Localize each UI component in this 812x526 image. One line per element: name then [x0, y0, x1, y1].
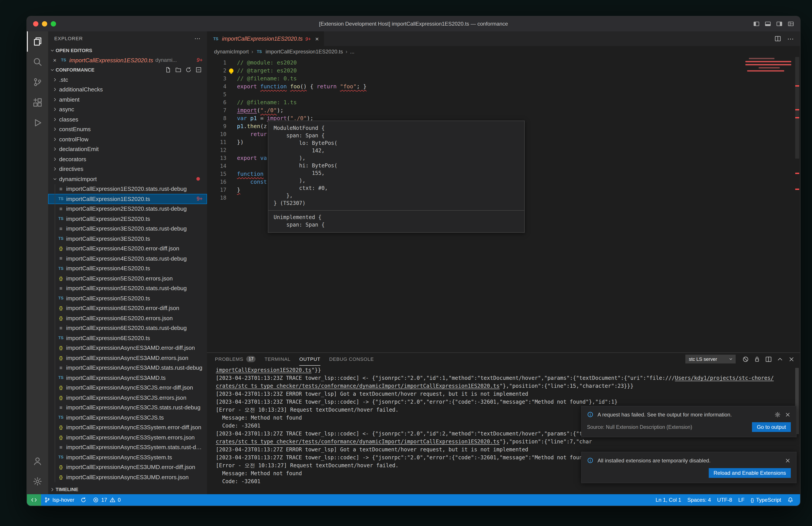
tree-item[interactable]: {}importCallExpressionAsyncES3AMD.error-…	[48, 343, 207, 353]
tree-item[interactable]: {}importCallExpressionAsyncES3UMD.error-…	[48, 462, 207, 472]
output-channel-select[interactable]: stc LS server	[685, 355, 736, 364]
collapse-all-icon[interactable]	[195, 67, 202, 73]
tab-importCallExpression1ES2020[interactable]: TS importCallExpression1ES2020.ts 9+ ×	[207, 31, 324, 46]
tree-folder[interactable]: directives	[48, 164, 207, 174]
tree-item[interactable]: {}importCallExpression6ES2020.errors.jso…	[48, 313, 207, 323]
close-tab-icon[interactable]: ×	[315, 35, 319, 42]
tree-folder[interactable]: .stc	[48, 75, 207, 85]
close-panel-icon[interactable]	[788, 356, 795, 362]
tree-item[interactable]: TSimportCallExpressionAsyncES3CJS.ts	[48, 412, 207, 423]
minimap[interactable]	[745, 58, 793, 77]
layout-customize-icon[interactable]	[788, 21, 794, 27]
tree-item[interactable]: TSimportCallExpression6ES2020.ts	[48, 333, 207, 343]
status-ln-1-col-1[interactable]: Ln 1, Col 1	[652, 494, 684, 506]
layout-panel-icon[interactable]	[765, 21, 771, 27]
tree-folder[interactable]: decorators	[48, 154, 207, 164]
explorer-icon[interactable]	[27, 31, 48, 52]
tab-terminal[interactable]: TERMINAL	[264, 353, 291, 366]
more-actions-icon[interactable]: ⋯	[194, 35, 201, 42]
code-line[interactable]: 1// @module: es2020	[207, 59, 800, 67]
tree-folder[interactable]: additionalChecks	[48, 85, 207, 95]
open-editor-item[interactable]: × TS importCallExpression1ES2020.ts dyna…	[48, 55, 207, 65]
search-icon[interactable]	[27, 52, 48, 72]
code-editor[interactable]: 1// @module: es20202// @target: es20203/…	[207, 57, 800, 353]
tree-item[interactable]: ≡importCallExpression5ES2020.stats.rust-…	[48, 283, 207, 293]
tree-folder[interactable]: constEnums	[48, 124, 207, 134]
output-file-link[interactable]: importCallExpression1ES2020.ts	[216, 367, 311, 373]
close-notification-icon[interactable]	[785, 457, 791, 464]
tab-problems[interactable]: PROBLEMS 17	[215, 353, 256, 366]
tree-item[interactable]: ≡importCallExpressionAsyncES3System.stat…	[48, 442, 207, 452]
tree-item[interactable]: ≡importCallExpression4ES2020.stats.rust-…	[48, 254, 207, 264]
tree-item[interactable]: TSimportCallExpressionAsyncES3AMD.ts	[48, 373, 207, 383]
layout-sidebar-right-icon[interactable]	[776, 21, 782, 27]
tree-item[interactable]: {}importCallExpression6ES2020.error-diff…	[48, 303, 207, 313]
tree-folder[interactable]: async	[48, 104, 207, 114]
tree-item[interactable]: TSimportCallExpression4ES2020.ts	[48, 264, 207, 273]
tree-folder[interactable]: classes	[48, 114, 207, 124]
extensions-icon[interactable]	[27, 92, 48, 113]
sync-status[interactable]	[77, 494, 90, 506]
tree-folder-expanded[interactable]: dynamicImport	[48, 174, 207, 184]
zoom-window-button[interactable]	[51, 21, 56, 27]
tree-item[interactable]: TSimportCallExpression5ES2020.ts	[48, 293, 207, 303]
code-line[interactable]: 5	[207, 90, 800, 99]
output-file-link[interactable]: Users/kdy1/projects/stc-chores/	[675, 375, 774, 381]
tree-item[interactable]: TSimportCallExpression2ES2020.ts	[48, 214, 207, 224]
new-folder-icon[interactable]	[175, 67, 182, 73]
code-line[interactable]: 4export function foo() { return "foo"; }	[207, 83, 800, 90]
tree-item[interactable]: ≡importCallExpressionAsyncES3AMD.stats.r…	[48, 363, 207, 373]
source-control-icon[interactable]	[27, 72, 48, 92]
clear-output-icon[interactable]	[742, 356, 749, 362]
run-debug-icon[interactable]	[27, 113, 48, 133]
status-typescript[interactable]: {}TypeScript	[748, 494, 784, 506]
output-file-link[interactable]: crates/stc_ts_type_checker/tests/conform…	[216, 439, 499, 445]
close-window-button[interactable]	[33, 21, 39, 27]
minimize-window-button[interactable]	[42, 21, 47, 27]
tree-item[interactable]: ≡importCallExpression1ES2020.stats.rust-…	[48, 184, 207, 194]
tree-item[interactable]: {}importCallExpressionAsyncES3AMD.errors…	[48, 353, 207, 363]
split-panel-icon[interactable]	[765, 356, 772, 362]
code-line[interactable]: 2// @target: es2020	[207, 67, 800, 75]
close-icon[interactable]: ×	[52, 57, 58, 63]
layout-sidebar-left-icon[interactable]	[753, 21, 759, 27]
tree-item[interactable]: {}importCallExpression4ES2020.error-diff…	[48, 244, 207, 254]
tree-item[interactable]: {}importCallExpressionAsyncES3System.err…	[48, 423, 207, 432]
tree-item[interactable]: {}importCallExpressionAsyncES3CJS.errors…	[48, 393, 207, 402]
branch-status[interactable]: lsp-hover	[41, 494, 77, 506]
tree-item[interactable]: TSimportCallExpression1ES2020.ts9+	[48, 194, 207, 204]
tree-item[interactable]: ≡importCallExpressionAsyncES3CJS.stats.r…	[48, 402, 207, 412]
lock-icon[interactable]	[754, 356, 760, 362]
status-spaces-4[interactable]: Spaces: 4	[684, 494, 714, 506]
tree-item[interactable]: TSimportCallExpressionAsyncES3System.ts	[48, 452, 207, 462]
chevron-up-icon[interactable]	[777, 356, 783, 362]
tree-folder[interactable]: controlFlow	[48, 134, 207, 144]
tree-folder[interactable]: declarationEmit	[48, 144, 207, 154]
lightbulb-icon[interactable]	[229, 69, 233, 73]
breadcrumb-folder[interactable]: dynamicImport	[214, 48, 249, 55]
timeline-header[interactable]: TIMELINE	[48, 484, 207, 494]
account-icon[interactable]	[27, 451, 48, 471]
refresh-icon[interactable]	[185, 67, 191, 73]
code-line[interactable]: 7import("./0");	[207, 106, 800, 114]
tree-item[interactable]: {}importCallExpressionAsyncES3CJS.error-…	[48, 383, 207, 393]
status-lf[interactable]: LF	[735, 494, 748, 506]
tree-item[interactable]: {}importCallExpressionAsyncES3UMD.errors…	[48, 472, 207, 482]
tree-item[interactable]: ≡importCallExpression3ES2020.stats.rust-…	[48, 224, 207, 233]
open-editors-header[interactable]: OPEN EDITORS	[48, 45, 207, 55]
split-editor-icon[interactable]	[774, 35, 781, 42]
notification-settings-icon[interactable]	[774, 411, 781, 417]
output-file-link[interactable]: crates/stc_ts_type_checker/tests/conform…	[216, 383, 499, 389]
tree-item[interactable]: {}importCallExpression5ES2020.errors.jso…	[48, 273, 207, 283]
tab-output[interactable]: OUTPUT	[300, 353, 320, 366]
tree-item[interactable]: {}importCallExpressionAsyncES3System.err…	[48, 432, 207, 442]
code-line[interactable]: 6// @filename: 1.ts	[207, 99, 800, 106]
new-file-icon[interactable]	[165, 67, 171, 73]
tree-item[interactable]: ≡importCallExpression2ES2020.stats.rust-…	[48, 204, 207, 214]
problems-status[interactable]: 17 0	[90, 494, 124, 506]
tab-debug-console[interactable]: DEBUG CONSOLE	[329, 353, 374, 366]
more-actions-icon[interactable]: ⋯	[787, 35, 794, 43]
tree-item[interactable]: ≡importCallExpression6ES2020.stats.rust-…	[48, 323, 207, 333]
conformance-header[interactable]: CONFORMANCE	[48, 65, 207, 75]
tree-folder[interactable]: ambient	[48, 95, 207, 104]
